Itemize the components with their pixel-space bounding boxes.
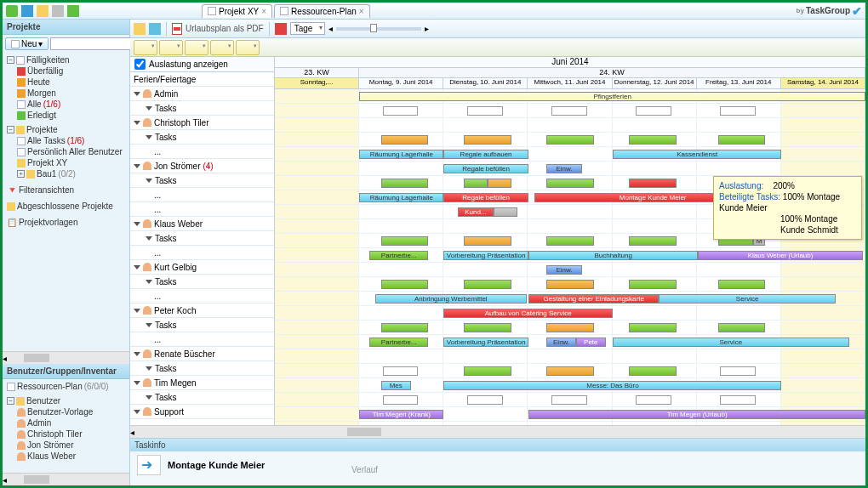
scrollbar[interactable]: ◂ (3, 473, 129, 485)
resource-row[interactable]: ... (130, 289, 274, 304)
tab-ressourcen-plan[interactable]: Ressourcen-Plan × (274, 4, 370, 18)
gantt-bar[interactable] (551, 395, 587, 405)
gantt-bar[interactable]: Messe: Das Büro (443, 381, 781, 390)
filter-button[interactable] (134, 40, 157, 55)
gantt-bar[interactable] (636, 395, 671, 405)
expand-icon[interactable] (146, 135, 152, 139)
resource-row[interactable]: Tasks (130, 101, 274, 116)
gantt-bar[interactable] (718, 323, 766, 332)
expand-icon[interactable] (134, 222, 140, 226)
resource-row[interactable]: ... (130, 188, 274, 202)
expand-icon[interactable] (146, 236, 152, 241)
expand-icon[interactable] (146, 323, 152, 327)
gantt-bar[interactable] (720, 395, 756, 405)
gantt-bar[interactable]: Partnerbe... (369, 338, 428, 347)
gantt-bar[interactable] (488, 179, 511, 188)
gantt-bar[interactable]: Einw. (546, 338, 576, 347)
gantt-bar[interactable]: Pete (576, 338, 606, 347)
gantt-bar[interactable] (629, 366, 677, 376)
gantt-bar[interactable] (494, 207, 517, 217)
gantt-scrollbar[interactable]: ◂ (130, 425, 865, 438)
gantt-bar[interactable]: Partnerbe... (369, 251, 428, 260)
gantt-bar[interactable]: Vorbereitung Präsentation (443, 338, 528, 347)
gantt-bar[interactable]: Klaus Weber (Urlaub) (698, 251, 863, 260)
expand-icon[interactable] (146, 280, 152, 284)
auslastung-checkbox[interactable] (134, 59, 146, 70)
expand-icon[interactable] (134, 352, 140, 356)
gantt-bar[interactable] (383, 106, 419, 116)
gantt-bar[interactable] (381, 135, 429, 145)
resource-row[interactable]: Tasks (130, 390, 274, 405)
resource-row[interactable]: ... (130, 246, 274, 260)
resource-row[interactable]: Support (130, 405, 274, 419)
gantt-bar[interactable] (636, 106, 671, 116)
gantt-bar[interactable]: Buchhaltung (528, 251, 697, 260)
gantt-bar[interactable]: Regale aufbauen (443, 150, 528, 159)
gantt-bar[interactable] (546, 280, 594, 289)
gantt-bar[interactable]: Aufbau von Catering Service (443, 309, 612, 318)
home-icon[interactable] (134, 23, 146, 35)
collapse-icon[interactable]: − (7, 397, 14, 405)
gantt-bar[interactable] (467, 395, 503, 405)
gantt-bar[interactable]: Pfingstferien (359, 92, 865, 101)
resource-row[interactable]: Tasks (130, 361, 274, 376)
gantt-bar[interactable]: Gestaltung einer Einladungskarte (528, 294, 659, 304)
resource-row[interactable]: Klaus Weber (130, 217, 274, 231)
gantt-bar[interactable]: Kund... (458, 207, 494, 217)
gantt-bar[interactable]: Regale befüllen (443, 193, 528, 202)
resource-row[interactable]: ... (130, 202, 274, 217)
gantt-bar[interactable]: Räumung Lagerhalle (359, 150, 443, 159)
filter-button[interactable] (236, 40, 260, 55)
gantt-bar[interactable]: Räumung Lagerhalle (359, 193, 443, 202)
gantt-bar[interactable] (629, 280, 677, 289)
resource-row[interactable]: Jon Strömer (4) (130, 159, 274, 173)
gantt-grid[interactable]: Juni 2014 23. KW 24. KW Sonntag,...Monta… (275, 57, 865, 425)
gantt-bar[interactable] (551, 106, 587, 116)
expand-icon[interactable] (146, 106, 152, 111)
close-icon[interactable]: × (261, 7, 266, 16)
pdf-icon[interactable] (172, 23, 182, 35)
gantt-bar[interactable] (464, 236, 511, 246)
save-icon[interactable] (37, 5, 49, 17)
gantt-bar[interactable] (546, 323, 594, 332)
gantt-bar[interactable]: Kassendienst (613, 150, 781, 159)
gantt-bar[interactable] (546, 236, 594, 246)
gantt-bar[interactable] (629, 323, 677, 332)
gantt-bar[interactable] (546, 366, 594, 376)
gantt-bar[interactable] (464, 135, 511, 145)
refresh-icon[interactable] (67, 5, 79, 17)
gantt-bar[interactable]: Anbringung Werbemittel (375, 294, 527, 304)
gantt-bar[interactable] (546, 179, 594, 188)
gantt-bar[interactable] (629, 236, 677, 246)
scrollbar[interactable]: ◂ (3, 351, 129, 364)
resource-row[interactable]: Peter Koch (130, 304, 274, 318)
resource-row[interactable]: ... (130, 332, 274, 347)
collapse-icon[interactable]: − (7, 126, 14, 133)
gantt-bar[interactable] (718, 135, 766, 145)
resource-row[interactable]: ... (130, 145, 274, 159)
gantt-bar[interactable]: Tim Megen (Krank) (359, 410, 443, 419)
pin-icon[interactable] (275, 23, 287, 35)
expand-icon[interactable] (134, 309, 140, 313)
gantt-bar[interactable]: Vorbereitung Präsentation (443, 251, 528, 260)
expand-icon[interactable] (134, 164, 140, 168)
filter-button[interactable] (185, 40, 208, 55)
resource-row[interactable]: Renate Büscher (130, 347, 274, 361)
gantt-bar[interactable]: Mes (381, 381, 411, 390)
resource-row[interactable]: Tim Megen (130, 376, 274, 390)
gantt-bar[interactable] (383, 366, 419, 376)
gantt-bar[interactable]: Einw. (546, 265, 582, 275)
expand-icon[interactable] (146, 179, 152, 183)
resource-row[interactable]: Tasks (130, 275, 274, 289)
gantt-bar[interactable]: Service (659, 294, 836, 304)
close-icon[interactable]: × (359, 7, 364, 16)
gantt-bar[interactable] (464, 366, 511, 376)
expand-icon[interactable]: + (17, 170, 25, 178)
resource-row[interactable]: Ferien/Feiertage (130, 72, 274, 87)
resource-row[interactable]: Admin (130, 87, 274, 101)
gantt-bar[interactable] (467, 106, 503, 116)
resource-row[interactable]: Tasks (130, 318, 274, 332)
scale-dropdown[interactable]: Tage (290, 22, 326, 35)
gantt-bar[interactable] (720, 106, 756, 116)
gantt-bar[interactable]: Service (613, 338, 849, 347)
